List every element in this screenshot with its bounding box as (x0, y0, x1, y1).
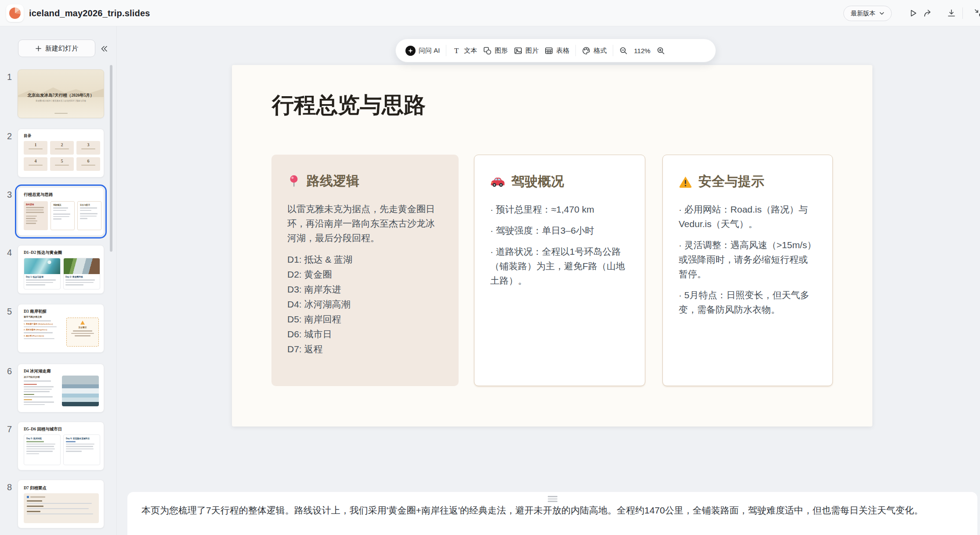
file-name: iceland_may2026_trip.slides (29, 0, 150, 26)
speaker-notes-text[interactable]: 本页为您梳理了7天行程的整体逻辑。路线设计上，我们采用'黄金圈+南岸往返'的经典… (141, 504, 923, 517)
slide-number-2: 2 (7, 131, 15, 141)
driving-bullet: · 驾驶强度：单日3–6小时 (490, 223, 629, 238)
zoom-out-icon (619, 47, 628, 55)
slide-number-5: 5 (7, 307, 15, 317)
toc-number: 5 (50, 159, 74, 163)
ask-ai-button[interactable]: 问问 AI (405, 46, 440, 56)
toc-caption-line (55, 165, 69, 166)
mini-plane-icon (27, 496, 29, 498)
toc-number: 6 (76, 159, 100, 163)
toc-caption-line (29, 165, 43, 166)
card-route-logic[interactable]: 路线逻辑 以雷克雅未克为据点，先走黄金圈日环，再沿南岸一路向东至杰古沙龙冰河湖，… (271, 155, 459, 386)
warning-triangle-icon (80, 321, 85, 325)
toc-cell: 2 (50, 141, 74, 155)
driving-bullet: · 预计总里程：≈1,470 km (490, 202, 629, 217)
slide-thumbnail-3[interactable]: 行程总览与思路 路线逻辑 驾驶概况 安全与提示 (18, 187, 104, 236)
notes-drag-handle[interactable] (548, 496, 557, 502)
collapse-arrows-icon (973, 8, 980, 18)
slide-title[interactable]: 行程总览与思路 (272, 90, 426, 120)
image-tool-button[interactable]: 图片 (514, 47, 539, 55)
safety-bullet: · 灵活调整：遇高风速（>15m/s）或强降雨时，请务必缩短行程或暂停。 (679, 238, 817, 281)
photo-blue-lagoon (24, 258, 60, 274)
slide-number-3: 3 (7, 190, 15, 200)
card-route-day-list: D1: 抵达 & 蓝湖 D2: 黄金圈 D3: 南岸东进 D4: 冰河湖高潮 D… (287, 252, 443, 357)
thumb8-checklist-box (24, 493, 99, 523)
car-icon (490, 176, 505, 188)
header-bar: iceland_may2026_trip.slides 最新版本 (0, 0, 980, 26)
warning-icon (679, 176, 692, 188)
thumb4-day1-caption: Day 1: 抵达与蓝湖 (26, 275, 58, 278)
version-dropdown[interactable]: 最新版本 (843, 6, 892, 21)
speaker-notes-panel[interactable]: 本页为您梳理了7天行程的整体逻辑。路线设计上，我们采用'黄金圈+南岸往返'的经典… (127, 492, 977, 535)
zoom-in-button[interactable] (657, 47, 665, 55)
shape-tool-label: 图形 (495, 47, 508, 55)
driving-bullet: · 道路状况：全程以1号环岛公路（铺装路）为主，避免F路（山地土路）。 (490, 244, 629, 288)
slide-number-1: 1 (7, 72, 15, 82)
zoom-out-button[interactable] (619, 47, 628, 55)
palette-icon (582, 47, 590, 55)
thumb7-title: D5–D6 回程与城市日 (24, 427, 62, 432)
slide-number-7: 7 (7, 424, 15, 434)
shapes-icon (483, 47, 492, 55)
slide-canvas[interactable]: 行程总览与思路 路线逻辑 以雷克雅未克为据点，先走黄金圈日环，再沿南岸一路向东至… (232, 65, 872, 427)
photo-glacier-lagoon (62, 376, 99, 406)
table-icon (545, 47, 553, 55)
thumb3-title: 行程总览与思路 (24, 192, 53, 198)
image-icon (514, 47, 522, 55)
new-slide-button[interactable]: 新建幻灯片 (18, 40, 95, 57)
toc-cell: 3 (76, 141, 100, 155)
toolbar-divider (575, 45, 576, 56)
thumb7-day5-card: Day 5: 南岸回程 (24, 434, 61, 465)
zoom-level: 112% (634, 47, 650, 54)
toc-caption-line (29, 148, 43, 149)
thumb3-card-driving-title: 驾驶概况 (53, 204, 72, 206)
download-button[interactable] (946, 8, 957, 18)
slide-number-4: 4 (7, 248, 15, 258)
thumb8-title: D7 归程要点 (24, 485, 47, 491)
thumb7-day6-card: Day 6: 雷克雅未克城市日 (63, 434, 100, 465)
thumb5-item-2: 2. 斯科加瀑布 (Skógafoss) (24, 329, 62, 331)
card-safety-tips[interactable]: 安全与提示 · 必用网站：Road.is（路况）与 Vedur.is（天气）。 … (662, 155, 833, 386)
text-icon: T (452, 47, 461, 55)
thumb4-day2-card: Day 2: 黄金圈环线 (63, 258, 100, 289)
slide-thumbnail-7[interactable]: D5–D6 回程与城市日 Day 5: 南岸回程 Day 6: 雷克雅未克城市日 (18, 422, 104, 470)
toolbar-divider (613, 45, 613, 56)
photo-gullfoss-waterfall (64, 258, 100, 274)
thumb4-day2-caption: Day 2: 黄金圈环线 (65, 275, 98, 278)
card-driving-title: 驾驶概况 (511, 173, 564, 191)
toc-number: 3 (76, 142, 100, 147)
toc-caption-line (55, 148, 69, 149)
shape-tool-button[interactable]: 图形 (483, 47, 508, 55)
text-tool-button[interactable]: T 文本 (452, 47, 477, 55)
toc-number: 4 (24, 159, 47, 163)
toc-cell: 1 (24, 141, 47, 155)
double-chevron-left-icon (100, 45, 108, 52)
slide-thumbnail-1[interactable]: 北京出发冰岛7天行程（2026年5月） 黄金圈+南岸精华 | 雷克雅未克 | 自… (18, 69, 104, 118)
safety-bullet: · 必用网站：Road.is（路况）与 Vedur.is（天气）。 (679, 202, 817, 231)
slide-thumbnail-2[interactable]: 目录 1 2 3 4 5 6 (18, 129, 104, 177)
thumb5-item-1: 1. 塞里雅兰瀑布 (Seljalandsfoss) (24, 323, 62, 325)
share-button[interactable] (922, 8, 933, 18)
collapse-sidebar-button[interactable] (99, 44, 109, 54)
collapse-window-button[interactable] (973, 8, 980, 18)
card-driving-overview[interactable]: 驾驶概况 · 预计总里程：≈1,470 km · 驾驶强度：单日3–6小时 · … (474, 155, 645, 386)
table-tool-button[interactable]: 表格 (545, 47, 569, 55)
safety-bullet: · 5月特点：日照变长，但天气多变，需备防风防水衣物。 (679, 288, 817, 317)
toc-caption-line (81, 165, 95, 166)
format-tool-label: 格式 (593, 47, 607, 55)
toc-cell: 4 (24, 157, 47, 171)
app-logo[interactable] (6, 4, 24, 22)
format-tool-button[interactable]: 格式 (582, 47, 607, 55)
slide-thumbnail-6[interactable]: D4 冰河湖走廊 冰川与钻石沙滩 (18, 364, 104, 412)
slide-thumbnail-4[interactable]: D1–D2 抵达与黄金圈 Day 1: 抵达与蓝湖 Day 2: 黄金圈环线 (18, 245, 104, 294)
slide-thumbnail-5[interactable]: D3 南岸初探 瀑布与黑沙滩之旅 1. 塞里雅兰瀑布 (Seljalandsfo… (18, 304, 104, 353)
present-button[interactable] (908, 8, 919, 18)
sidebar-scrollbar[interactable] (110, 65, 112, 252)
play-icon (908, 8, 918, 18)
thumb5-warning-box: 安全警示 (66, 318, 99, 347)
thumb6-title: D4 冰河湖走廊 (24, 369, 51, 374)
toc-number: 2 (50, 142, 74, 147)
thumb5-title: D3 南岸初探 (24, 309, 47, 314)
slide-thumbnail-8[interactable]: D7 归程要点 (18, 480, 104, 528)
thumb4-day1-card: Day 1: 抵达与蓝湖 (24, 258, 61, 289)
